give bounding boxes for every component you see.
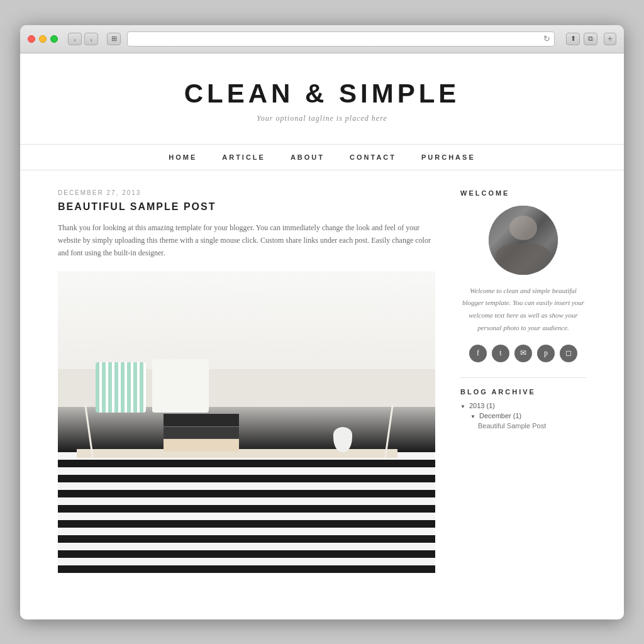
- book-stack: [164, 414, 239, 452]
- webpage: CLEAN & SIMPLE Your optional tagline is …: [20, 53, 624, 619]
- nav-home[interactable]: HOME: [169, 153, 197, 161]
- book-1: [164, 414, 239, 426]
- facebook-icon[interactable]: f: [469, 345, 487, 362]
- reader-view-button[interactable]: ⊞: [107, 33, 121, 45]
- email-icon[interactable]: ✉: [514, 345, 532, 362]
- browser-window: ‹ › ⊞ ↻ ⬆ ⧉ + CLEAN & SIMPLE Your option…: [20, 25, 624, 619]
- rug: [58, 452, 435, 573]
- duplicate-button[interactable]: ⧉: [584, 33, 597, 45]
- book-2: [164, 427, 239, 438]
- main-content: DECEMBER 27, 2013 BEAUTIFUL SAMPLE POST …: [58, 183, 435, 573]
- minimize-button[interactable]: [39, 35, 47, 43]
- browser-actions: ⬆ ⧉: [566, 33, 597, 45]
- archive-month-december[interactable]: ▼ December (1): [470, 412, 586, 419]
- site-nav: HOME ARTICLE ABOUT CONTACT PURCHASE: [20, 145, 624, 170]
- archive-year-2013[interactable]: ▼ 2013 (1): [460, 402, 586, 409]
- twitter-icon[interactable]: t: [492, 345, 509, 362]
- book-3: [164, 439, 239, 452]
- refresh-button[interactable]: ↻: [543, 34, 550, 44]
- archive-post-beautiful-sample[interactable]: Beautiful Sample Post: [478, 422, 586, 430]
- welcome-text: Welcome to clean and simple beautiful bl…: [460, 285, 586, 335]
- address-bar[interactable]: ↻: [127, 31, 555, 47]
- site-header: CLEAN & SIMPLE Your optional tagline is …: [20, 53, 624, 145]
- site-tagline: Your optional tagline is placed here: [33, 114, 611, 123]
- white-pillow: [152, 359, 209, 413]
- avatar: [489, 206, 558, 275]
- browser-titlebar: ‹ › ⊞ ↻ ⬆ ⧉ +: [20, 25, 624, 53]
- portrait-image: [489, 206, 558, 275]
- mint-pillow: [96, 362, 146, 413]
- instagram-icon[interactable]: ◻: [560, 345, 577, 362]
- add-tab-button[interactable]: +: [604, 33, 616, 45]
- pinterest-icon[interactable]: p: [537, 345, 555, 362]
- post-image-container: [58, 271, 435, 573]
- vase: [333, 427, 352, 452]
- close-button[interactable]: [28, 35, 35, 43]
- archive-heading: BLOG ARCHIVE: [460, 388, 586, 396]
- sidebar-divider: [460, 377, 586, 378]
- triangle-icon-month: ▼: [470, 414, 475, 419]
- nav-purchase[interactable]: PURCHASE: [421, 153, 475, 161]
- welcome-heading: WELCOME: [460, 189, 586, 197]
- main-layout: DECEMBER 27, 2013 BEAUTIFUL SAMPLE POST …: [39, 170, 605, 586]
- traffic-lights: [28, 35, 58, 43]
- post-image: [58, 271, 435, 573]
- site-title: CLEAN & SIMPLE: [33, 79, 611, 109]
- triangle-icon: ▼: [460, 404, 465, 409]
- social-icons: f t ✉ p ◻: [460, 345, 586, 362]
- nav-about[interactable]: ABOUT: [291, 153, 325, 161]
- maximize-button[interactable]: [50, 35, 58, 43]
- post-title: BEAUTIFUL SAMPLE POST: [58, 201, 435, 213]
- sidebar: WELCOME Welcome to clean and simple beau…: [460, 183, 586, 573]
- post-date: DECEMBER 27, 2013: [58, 189, 435, 196]
- back-button[interactable]: ‹: [68, 33, 82, 45]
- browser-nav: ‹ ›: [68, 33, 98, 45]
- share-button[interactable]: ⬆: [566, 33, 580, 45]
- post-excerpt: Thank you for looking at this amazing te…: [58, 221, 435, 260]
- nav-contact[interactable]: CONTACT: [350, 153, 396, 161]
- forward-button[interactable]: ›: [84, 33, 98, 45]
- nav-article[interactable]: ARTICLE: [222, 153, 265, 161]
